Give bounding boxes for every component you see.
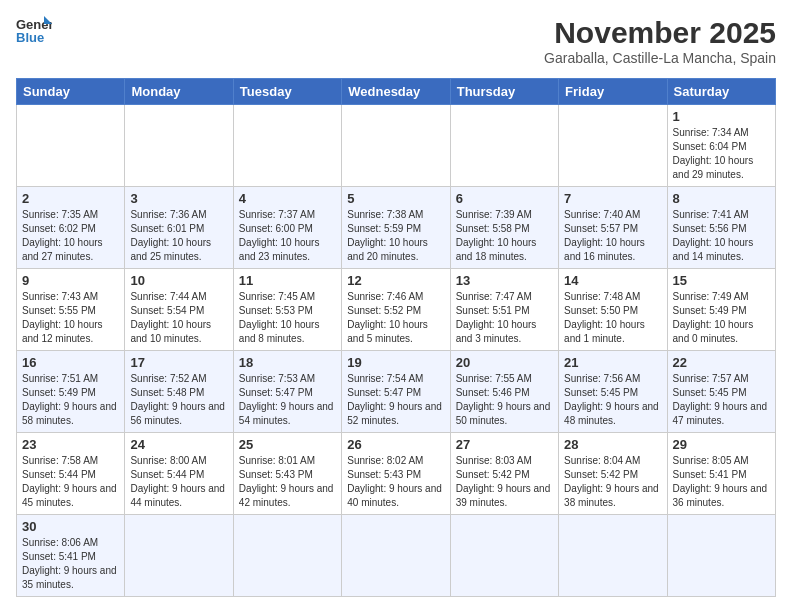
day-info: Sunrise: 7:57 AM Sunset: 5:45 PM Dayligh…	[673, 372, 770, 428]
day-number: 30	[22, 519, 119, 534]
day-info: Sunrise: 8:06 AM Sunset: 5:41 PM Dayligh…	[22, 536, 119, 592]
day-info: Sunrise: 7:55 AM Sunset: 5:46 PM Dayligh…	[456, 372, 553, 428]
day-info: Sunrise: 7:35 AM Sunset: 6:02 PM Dayligh…	[22, 208, 119, 264]
day-number: 16	[22, 355, 119, 370]
location-title: Garaballa, Castille-La Mancha, Spain	[544, 50, 776, 66]
day-number: 12	[347, 273, 444, 288]
calendar-cell: 16Sunrise: 7:51 AM Sunset: 5:49 PM Dayli…	[17, 351, 125, 433]
calendar-cell: 25Sunrise: 8:01 AM Sunset: 5:43 PM Dayli…	[233, 433, 341, 515]
day-info: Sunrise: 7:53 AM Sunset: 5:47 PM Dayligh…	[239, 372, 336, 428]
calendar-cell: 5Sunrise: 7:38 AM Sunset: 5:59 PM Daylig…	[342, 187, 450, 269]
calendar-cell	[17, 105, 125, 187]
title-area: November 2025 Garaballa, Castille-La Man…	[544, 16, 776, 66]
logo: General Blue	[16, 16, 52, 44]
day-number: 29	[673, 437, 770, 452]
day-number: 17	[130, 355, 227, 370]
calendar-cell: 17Sunrise: 7:52 AM Sunset: 5:48 PM Dayli…	[125, 351, 233, 433]
day-number: 3	[130, 191, 227, 206]
calendar-cell: 18Sunrise: 7:53 AM Sunset: 5:47 PM Dayli…	[233, 351, 341, 433]
day-info: Sunrise: 8:00 AM Sunset: 5:44 PM Dayligh…	[130, 454, 227, 510]
day-number: 23	[22, 437, 119, 452]
day-number: 5	[347, 191, 444, 206]
weekday-header-monday: Monday	[125, 79, 233, 105]
calendar-cell: 9Sunrise: 7:43 AM Sunset: 5:55 PM Daylig…	[17, 269, 125, 351]
day-number: 2	[22, 191, 119, 206]
calendar-cell: 20Sunrise: 7:55 AM Sunset: 5:46 PM Dayli…	[450, 351, 558, 433]
calendar-cell: 10Sunrise: 7:44 AM Sunset: 5:54 PM Dayli…	[125, 269, 233, 351]
day-info: Sunrise: 7:41 AM Sunset: 5:56 PM Dayligh…	[673, 208, 770, 264]
day-info: Sunrise: 7:39 AM Sunset: 5:58 PM Dayligh…	[456, 208, 553, 264]
calendar-table: SundayMondayTuesdayWednesdayThursdayFrid…	[16, 78, 776, 597]
calendar-cell	[559, 105, 667, 187]
day-info: Sunrise: 8:01 AM Sunset: 5:43 PM Dayligh…	[239, 454, 336, 510]
day-number: 7	[564, 191, 661, 206]
day-info: Sunrise: 8:04 AM Sunset: 5:42 PM Dayligh…	[564, 454, 661, 510]
calendar-cell: 3Sunrise: 7:36 AM Sunset: 6:01 PM Daylig…	[125, 187, 233, 269]
day-info: Sunrise: 7:54 AM Sunset: 5:47 PM Dayligh…	[347, 372, 444, 428]
calendar-cell: 21Sunrise: 7:56 AM Sunset: 5:45 PM Dayli…	[559, 351, 667, 433]
calendar-cell	[667, 515, 775, 597]
month-title: November 2025	[544, 16, 776, 50]
day-info: Sunrise: 7:36 AM Sunset: 6:01 PM Dayligh…	[130, 208, 227, 264]
calendar-cell: 22Sunrise: 7:57 AM Sunset: 5:45 PM Dayli…	[667, 351, 775, 433]
calendar-week-row: 16Sunrise: 7:51 AM Sunset: 5:49 PM Dayli…	[17, 351, 776, 433]
calendar-cell: 1Sunrise: 7:34 AM Sunset: 6:04 PM Daylig…	[667, 105, 775, 187]
calendar-cell: 28Sunrise: 8:04 AM Sunset: 5:42 PM Dayli…	[559, 433, 667, 515]
weekday-header-wednesday: Wednesday	[342, 79, 450, 105]
header: General Blue November 2025 Garaballa, Ca…	[16, 16, 776, 66]
calendar-week-row: 9Sunrise: 7:43 AM Sunset: 5:55 PM Daylig…	[17, 269, 776, 351]
day-info: Sunrise: 7:51 AM Sunset: 5:49 PM Dayligh…	[22, 372, 119, 428]
day-number: 28	[564, 437, 661, 452]
weekday-header-tuesday: Tuesday	[233, 79, 341, 105]
calendar-cell: 27Sunrise: 8:03 AM Sunset: 5:42 PM Dayli…	[450, 433, 558, 515]
logo-icon: General Blue	[16, 16, 52, 44]
day-number: 22	[673, 355, 770, 370]
calendar-cell: 19Sunrise: 7:54 AM Sunset: 5:47 PM Dayli…	[342, 351, 450, 433]
calendar-cell	[125, 515, 233, 597]
day-info: Sunrise: 7:46 AM Sunset: 5:52 PM Dayligh…	[347, 290, 444, 346]
day-number: 1	[673, 109, 770, 124]
day-number: 13	[456, 273, 553, 288]
day-info: Sunrise: 8:02 AM Sunset: 5:43 PM Dayligh…	[347, 454, 444, 510]
calendar-cell: 13Sunrise: 7:47 AM Sunset: 5:51 PM Dayli…	[450, 269, 558, 351]
day-info: Sunrise: 7:56 AM Sunset: 5:45 PM Dayligh…	[564, 372, 661, 428]
day-info: Sunrise: 7:48 AM Sunset: 5:50 PM Dayligh…	[564, 290, 661, 346]
calendar-cell: 11Sunrise: 7:45 AM Sunset: 5:53 PM Dayli…	[233, 269, 341, 351]
weekday-header-thursday: Thursday	[450, 79, 558, 105]
day-number: 21	[564, 355, 661, 370]
day-info: Sunrise: 7:40 AM Sunset: 5:57 PM Dayligh…	[564, 208, 661, 264]
calendar-week-row: 23Sunrise: 7:58 AM Sunset: 5:44 PM Dayli…	[17, 433, 776, 515]
weekday-header-saturday: Saturday	[667, 79, 775, 105]
day-info: Sunrise: 7:34 AM Sunset: 6:04 PM Dayligh…	[673, 126, 770, 182]
day-number: 9	[22, 273, 119, 288]
day-number: 25	[239, 437, 336, 452]
calendar-cell: 7Sunrise: 7:40 AM Sunset: 5:57 PM Daylig…	[559, 187, 667, 269]
day-number: 8	[673, 191, 770, 206]
day-info: Sunrise: 7:45 AM Sunset: 5:53 PM Dayligh…	[239, 290, 336, 346]
day-number: 26	[347, 437, 444, 452]
day-number: 24	[130, 437, 227, 452]
calendar-cell: 4Sunrise: 7:37 AM Sunset: 6:00 PM Daylig…	[233, 187, 341, 269]
weekday-header-sunday: Sunday	[17, 79, 125, 105]
day-number: 18	[239, 355, 336, 370]
day-number: 27	[456, 437, 553, 452]
calendar-cell: 14Sunrise: 7:48 AM Sunset: 5:50 PM Dayli…	[559, 269, 667, 351]
svg-text:Blue: Blue	[16, 30, 44, 44]
day-number: 20	[456, 355, 553, 370]
calendar-week-row: 30Sunrise: 8:06 AM Sunset: 5:41 PM Dayli…	[17, 515, 776, 597]
day-number: 4	[239, 191, 336, 206]
calendar-cell	[233, 105, 341, 187]
day-info: Sunrise: 7:44 AM Sunset: 5:54 PM Dayligh…	[130, 290, 227, 346]
calendar-cell: 24Sunrise: 8:00 AM Sunset: 5:44 PM Dayli…	[125, 433, 233, 515]
day-info: Sunrise: 7:58 AM Sunset: 5:44 PM Dayligh…	[22, 454, 119, 510]
calendar-cell	[450, 105, 558, 187]
day-number: 15	[673, 273, 770, 288]
calendar-cell: 26Sunrise: 8:02 AM Sunset: 5:43 PM Dayli…	[342, 433, 450, 515]
calendar-week-row: 1Sunrise: 7:34 AM Sunset: 6:04 PM Daylig…	[17, 105, 776, 187]
calendar-cell	[125, 105, 233, 187]
calendar-cell	[342, 515, 450, 597]
calendar-cell: 30Sunrise: 8:06 AM Sunset: 5:41 PM Dayli…	[17, 515, 125, 597]
calendar-cell: 29Sunrise: 8:05 AM Sunset: 5:41 PM Dayli…	[667, 433, 775, 515]
day-info: Sunrise: 7:37 AM Sunset: 6:00 PM Dayligh…	[239, 208, 336, 264]
day-number: 10	[130, 273, 227, 288]
